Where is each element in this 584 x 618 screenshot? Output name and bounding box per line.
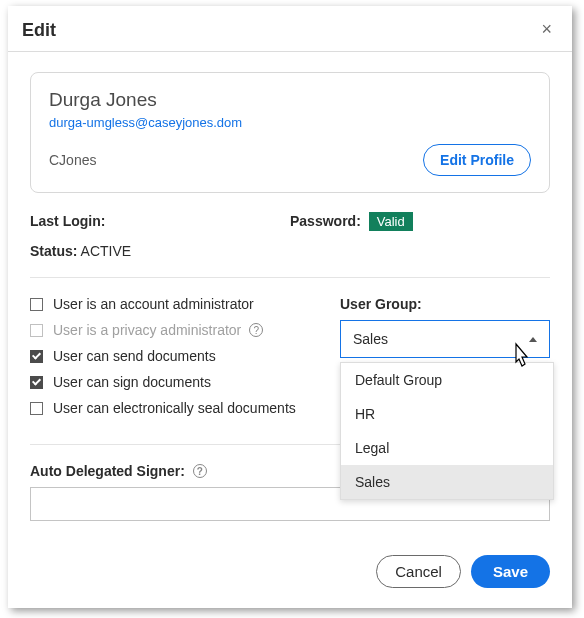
edit-profile-button[interactable]: Edit Profile: [423, 144, 531, 176]
checkbox-icon: [30, 350, 43, 363]
chevron-up-icon: [529, 337, 537, 342]
permissions-area: User is an account administrator User is…: [30, 296, 550, 426]
check-label: User is an account administrator: [53, 296, 254, 312]
save-button[interactable]: Save: [471, 555, 550, 588]
check-account-admin[interactable]: User is an account administrator: [30, 296, 340, 312]
last-login-label: Last Login:: [30, 213, 290, 229]
dropdown-option-legal[interactable]: Legal: [341, 431, 553, 465]
check-label: User can send documents: [53, 348, 216, 364]
checkbox-icon: [30, 324, 43, 337]
modal-title: Edit: [22, 20, 56, 41]
close-icon[interactable]: ×: [541, 20, 552, 38]
password-status-badge: Valid: [369, 212, 413, 231]
user-full-name: Durga Jones: [49, 89, 531, 111]
edit-user-modal: Edit × Durga Jones durga-umgless@caseyjo…: [8, 6, 572, 608]
user-card-row: CJones Edit Profile: [49, 144, 531, 176]
password-label: Password:: [290, 213, 361, 229]
meta-row: Last Login: Password: Valid: [30, 213, 550, 229]
cancel-button[interactable]: Cancel: [376, 555, 461, 588]
user-group-select[interactable]: Sales: [340, 320, 550, 358]
check-privacy-admin: User is a privacy administrator ?: [30, 322, 340, 338]
dropdown-option-sales[interactable]: Sales: [341, 465, 553, 499]
dropdown-option-default[interactable]: Default Group: [341, 363, 553, 397]
user-card: Durga Jones durga-umgless@caseyjones.dom…: [30, 72, 550, 193]
user-group-column: User Group: Sales Default Group HR Legal…: [340, 296, 550, 426]
help-icon[interactable]: ?: [249, 323, 263, 337]
password-field: Password: Valid: [290, 213, 550, 229]
user-group-dropdown: Default Group HR Legal Sales: [340, 362, 554, 500]
modal-content: Durga Jones durga-umgless@caseyjones.dom…: [8, 52, 572, 539]
user-group-label: User Group:: [340, 296, 550, 312]
checkbox-icon: [30, 298, 43, 311]
check-label: User can sign documents: [53, 374, 211, 390]
divider: [30, 277, 550, 278]
dropdown-option-hr[interactable]: HR: [341, 397, 553, 431]
auto-delegated-label: Auto Delegated Signer:: [30, 463, 185, 479]
status-value: ACTIVE: [81, 243, 132, 259]
check-label: User is a privacy administrator: [53, 322, 241, 338]
status-row: Status: ACTIVE: [30, 243, 550, 259]
select-value: Sales: [353, 331, 388, 347]
user-email[interactable]: durga-umgless@caseyjones.dom: [49, 115, 531, 130]
modal-footer: Cancel Save: [8, 539, 572, 608]
checkbox-icon: [30, 402, 43, 415]
status-label: Status:: [30, 243, 77, 259]
checkbox-icon: [30, 376, 43, 389]
user-username: CJones: [49, 152, 96, 168]
check-label: User can electronically seal documents: [53, 400, 296, 416]
help-icon[interactable]: ?: [193, 464, 207, 478]
check-send-docs[interactable]: User can send documents: [30, 348, 340, 364]
check-sign-docs[interactable]: User can sign documents: [30, 374, 340, 390]
modal-header: Edit ×: [8, 6, 572, 52]
checkbox-column: User is an account administrator User is…: [30, 296, 340, 426]
check-seal-docs[interactable]: User can electronically seal documents: [30, 400, 340, 416]
